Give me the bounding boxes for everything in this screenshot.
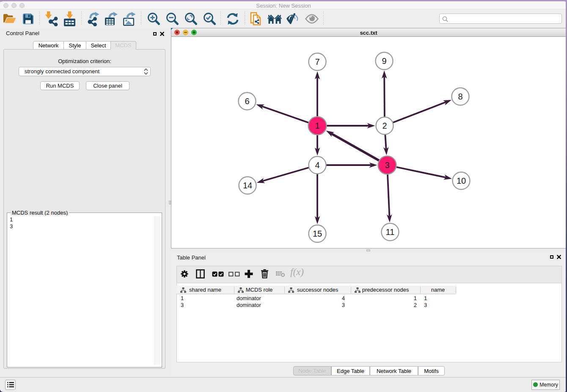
svg-text:7: 7 xyxy=(315,57,319,66)
svg-text:1: 1 xyxy=(315,121,319,130)
svg-text:15: 15 xyxy=(313,229,322,238)
svg-text:2: 2 xyxy=(382,121,387,130)
svg-text:6: 6 xyxy=(245,97,249,106)
svg-text:10: 10 xyxy=(457,176,466,185)
svg-text:4: 4 xyxy=(315,160,319,170)
svg-text:11: 11 xyxy=(386,227,395,237)
svg-text:9: 9 xyxy=(382,56,386,66)
svg-text:8: 8 xyxy=(458,92,462,101)
svg-text:3: 3 xyxy=(385,160,389,170)
svg-text:14: 14 xyxy=(243,181,252,190)
